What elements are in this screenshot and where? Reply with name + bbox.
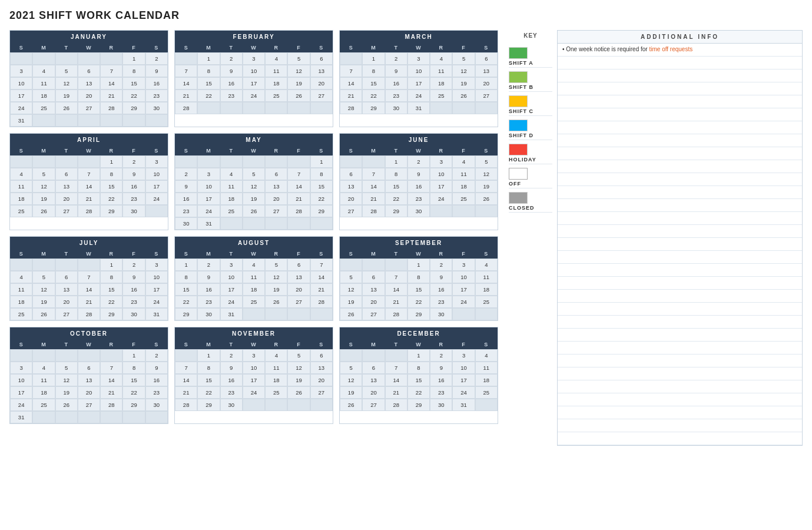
key-entry-holiday: HOLIDAY <box>509 140 552 164</box>
cal-cell-day: 23 <box>175 205 197 217</box>
cal-cell-empty <box>287 102 310 114</box>
additional-info-row-2[interactable] <box>558 69 802 82</box>
cal-cell-day: 23 <box>122 296 145 308</box>
additional-info-row-1[interactable] <box>558 57 802 69</box>
cal-cell-empty <box>78 349 100 362</box>
cal-cell-day: 31 <box>197 217 220 230</box>
cal-cell-empty <box>385 349 407 362</box>
additional-info-row-28[interactable] <box>558 406 802 419</box>
cal-cell-empty <box>32 52 55 65</box>
cal-cell-day: 17 <box>452 374 475 386</box>
day-header-label: M <box>32 43 55 52</box>
additional-info-row-10[interactable] <box>558 173 802 186</box>
cal-cell-day: 28 <box>362 205 385 217</box>
additional-info-row-16[interactable] <box>558 251 802 264</box>
cal-cell-day: 25 <box>475 386 498 399</box>
day-header-label: R <box>100 249 122 259</box>
additional-info-row-15[interactable] <box>558 238 802 251</box>
additional-info-row-24[interactable] <box>558 355 802 367</box>
cal-cell-day: 17 <box>10 90 32 102</box>
cal-cell-day: 31 <box>145 308 168 320</box>
cal-cell-day: 3 <box>145 155 168 168</box>
cal-header: SEPTEMBER <box>340 237 498 249</box>
day-header-label: F <box>122 43 145 52</box>
cal-cell-day: 12 <box>32 283 55 296</box>
cal-cell-day: 30 <box>175 217 197 230</box>
additional-info-row-13[interactable] <box>558 212 802 225</box>
cal-cell-day: 19 <box>340 386 362 399</box>
cal-cell-day: 25 <box>265 90 287 102</box>
additional-info-row-18[interactable] <box>558 277 802 290</box>
cal-cell-day: 6 <box>362 271 385 283</box>
cal-days-header: SMTWRFS <box>340 249 498 259</box>
cal-cell-day: 19 <box>265 283 287 296</box>
calendar-april: APRILSMTWRFS1234567891011121314151617181… <box>9 133 168 230</box>
cal-cell-day: 26 <box>452 90 475 102</box>
cal-cell-day: 27 <box>78 399 100 411</box>
cal-cell-day: 12 <box>340 374 362 386</box>
additional-info-row-7[interactable] <box>558 134 802 147</box>
cal-cell-day: 17 <box>407 77 430 90</box>
cal-cell-day: 23 <box>385 90 407 102</box>
day-header-label: F <box>287 340 310 349</box>
cal-cell-day: 16 <box>175 193 197 205</box>
additional-info-row-3[interactable] <box>558 82 802 95</box>
cal-cell-day: 5 <box>287 52 310 65</box>
additional-info-row-0[interactable]: • One week notice is required for time o… <box>558 44 802 57</box>
cal-cell-day: 28 <box>310 296 333 308</box>
cal-cell-day: 16 <box>430 283 452 296</box>
cal-body: 1234567891011121314151617181920212223242… <box>340 259 498 320</box>
cal-cell-day: 14 <box>175 374 197 386</box>
additional-info-row-20[interactable] <box>558 303 802 316</box>
cal-cell-empty <box>55 155 78 168</box>
calendar-june: JUNESMTWRFS12345678910111213141516171819… <box>339 133 498 230</box>
cal-cell-day: 26 <box>340 399 362 411</box>
cal-cell-day: 3 <box>145 259 168 271</box>
cal-cell-day: 26 <box>32 308 55 320</box>
day-header-label: M <box>32 340 55 349</box>
cal-cell-day: 19 <box>475 180 498 193</box>
additional-info-row-9[interactable] <box>558 160 802 173</box>
cal-cell-day: 13 <box>310 65 333 77</box>
cal-cell-day: 21 <box>78 296 100 308</box>
cal-cell-day: 2 <box>145 349 168 362</box>
additional-info-row-6[interactable] <box>558 121 802 134</box>
additional-info-row-8[interactable] <box>558 147 802 160</box>
additional-info-row-19[interactable] <box>558 290 802 303</box>
day-header-label: W <box>243 146 265 155</box>
additional-info-row-30[interactable] <box>558 432 802 445</box>
cal-cell-empty <box>78 114 100 127</box>
cal-cell-empty <box>32 155 55 168</box>
cal-cell-day: 14 <box>385 374 407 386</box>
day-header-label: T <box>220 249 243 259</box>
cal-cell-day: 22 <box>122 386 145 399</box>
cal-cell-day: 26 <box>475 193 498 205</box>
additional-info-row-17[interactable] <box>558 264 802 277</box>
calendars-section: JANUARYSMTWRFS12345678910111213141516171… <box>9 30 498 446</box>
additional-info-row-21[interactable] <box>558 316 802 329</box>
cal-cell-day: 9 <box>407 168 430 180</box>
additional-info-row-22[interactable] <box>558 329 802 342</box>
additional-info-row-23[interactable] <box>558 342 802 355</box>
additional-info-row-4[interactable] <box>558 95 802 108</box>
additional-info-rows: • One week notice is required for time o… <box>558 44 802 445</box>
additional-info-row-12[interactable] <box>558 199 802 212</box>
key-label-shift-a: SHIFT A <box>509 60 533 66</box>
additional-info-row-27[interactable] <box>558 393 802 406</box>
additional-info-row-14[interactable] <box>558 225 802 238</box>
cal-cell-day: 13 <box>78 374 100 386</box>
day-header-label: W <box>407 340 430 349</box>
day-header-label: F <box>287 146 310 155</box>
additional-info-row-5[interactable] <box>558 108 802 121</box>
cal-cell-empty <box>243 308 265 320</box>
cal-cell-day: 7 <box>340 65 362 77</box>
additional-info-row-11[interactable] <box>558 186 802 199</box>
calendar-november: NOVEMBERSMTWRFS1234567891011121314151617… <box>174 327 333 424</box>
additional-info-row-25[interactable] <box>558 367 802 380</box>
additional-info-row-26[interactable] <box>558 380 802 393</box>
key-entry-closed: CLOSED <box>509 188 552 213</box>
cal-cell-day: 28 <box>287 205 310 217</box>
additional-info-row-29[interactable] <box>558 419 802 432</box>
day-header-label: S <box>10 43 32 52</box>
cal-cell-day: 6 <box>55 168 78 180</box>
